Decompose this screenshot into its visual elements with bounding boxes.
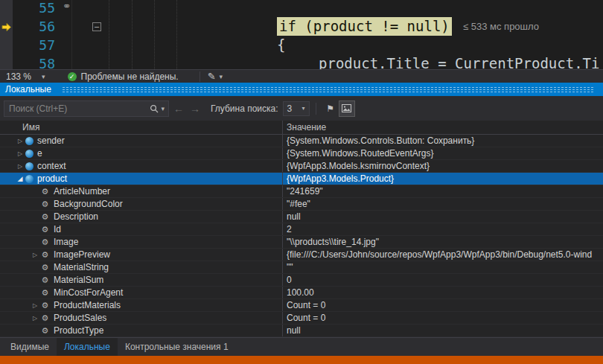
perf-tip[interactable]: ≤ 533 мс прошло [463, 17, 539, 36]
search-depth-value: 3 [287, 103, 293, 114]
search-input[interactable] [4, 103, 146, 114]
object-icon [25, 175, 34, 183]
panel-drag-grip[interactable] [62, 86, 594, 93]
variable-row-MaterialSum[interactable]: ⚙MaterialSum0 [0, 274, 603, 287]
locals-toolbar: ▾ ← → Глубина поиска: 3 ▾ ⚑ [0, 96, 603, 121]
variable-row-product[interactable]: ◢product{WpfApp3.Models.Product} [0, 173, 603, 185]
expander-expanded-icon[interactable]: ◢ [15, 175, 25, 182]
search-icon[interactable] [150, 104, 159, 113]
property-icon: ⚙ [40, 314, 50, 322]
problems-status: Проблемы не найдены. [81, 71, 179, 82]
visual-studio-debugger: 55 ⚭ 56 if (product != null) ≤ 533 мс пр… [0, 0, 603, 364]
search-box[interactable]: ▾ [4, 100, 169, 117]
property-icon: ⚙ [40, 251, 50, 259]
variable-value: Count = 0 [283, 312, 603, 324]
check-icon: ✓ [68, 72, 77, 81]
variable-name: product [37, 173, 67, 184]
code-line-57[interactable]: 57 { [0, 36, 603, 54]
variable-row-ProductSales[interactable]: ▷⚙ProductSalesCount = 0 [0, 312, 603, 325]
search-next-button[interactable]: → [188, 103, 202, 115]
tab-watch-1[interactable]: Контрольные значения 1 [118, 338, 236, 356]
line-number: 55 [13, 0, 55, 17]
variable-row-context[interactable]: ▷context{WpfApp3.Models.ksmirnovContext} [0, 160, 603, 173]
variables-list: ▷sender{System.Windows.Controls.Button: … [0, 135, 603, 337]
picture-icon [342, 104, 351, 112]
line-number: 56 [13, 17, 55, 36]
expander-collapsed-icon[interactable]: ▷ [30, 302, 40, 309]
variable-row-ProductMaterials[interactable]: ▷⚙ProductMaterialsCount = 0 [0, 299, 603, 312]
variable-row-e[interactable]: ▷e{System.Windows.RoutedEventArgs} [0, 147, 603, 160]
property-icon: ⚙ [40, 226, 50, 234]
zoom-dropdown-icon[interactable]: ▾ [42, 73, 45, 80]
divider [316, 103, 316, 115]
variable-row-ProductType[interactable]: ⚙ProductTypenull [0, 325, 603, 337]
variable-value: 0 [283, 274, 603, 286]
variable-name: MinCostForAgent [54, 287, 123, 298]
code-editor[interactable]: 55 ⚭ 56 if (product != null) ≤ 533 мс пр… [0, 0, 603, 69]
variable-name: ProductMaterials [54, 300, 121, 310]
variable-value: "241659" [283, 185, 603, 197]
editor-status-bar: 133 % ▾ ✓ Проблемы не найдены. ✎ ▾ [0, 69, 603, 83]
variable-value: 2 [283, 223, 603, 235]
code-cleanup-dropdown-icon[interactable]: ▾ [220, 73, 223, 80]
variable-name: ArticleNumber [54, 186, 110, 197]
column-header-value[interactable]: Значение [283, 121, 603, 134]
line-number: 58 [13, 54, 55, 69]
code-text[interactable]: product.Title = CurrentProduct.Ti [319, 54, 600, 69]
search-depth-select[interactable]: 3 ▾ [283, 101, 310, 116]
object-icon [25, 150, 34, 158]
flag-icon[interactable]: ⚑ [322, 100, 339, 117]
variable-name: BackgroundColor [54, 199, 123, 209]
code-cleanup-icon[interactable]: ✎ [208, 71, 216, 82]
image-preview-toggle-button[interactable] [339, 100, 355, 117]
variable-name: ImagePreview [54, 249, 110, 260]
variable-name: context [37, 161, 66, 171]
variable-row-sender[interactable]: ▷sender{System.Windows.Controls.Button: … [0, 135, 603, 147]
variable-value: {file:///C:/Users/John/source/repos/WpfA… [283, 249, 603, 261]
property-icon: ⚙ [40, 213, 50, 221]
expander-collapsed-icon[interactable]: ▷ [30, 315, 40, 322]
variable-row-MaterialString[interactable]: ⚙MaterialString"" [0, 261, 603, 274]
chevron-down-icon: ▾ [302, 105, 305, 112]
property-icon: ⚙ [40, 238, 50, 246]
code-line-58[interactable]: 58 product.Title = CurrentProduct.Ti [0, 54, 603, 69]
variable-row-Id[interactable]: ⚙Id2 [0, 223, 603, 236]
expander-collapsed-icon[interactable]: ▷ [15, 138, 25, 144]
pin-link-icon[interactable]: ⚭ [63, 0, 71, 16]
variable-value: 100.00 [283, 287, 603, 298]
search-prev-button[interactable]: ← [172, 103, 185, 115]
variable-value: Count = 0 [283, 299, 603, 311]
zoom-level[interactable]: 133 % [6, 71, 31, 82]
current-statement-code[interactable]: if (product != null) [277, 17, 452, 36]
variable-value: null [283, 211, 603, 223]
code-fold-icon[interactable]: – [92, 22, 101, 31]
tab-autos[interactable]: Видимые [3, 338, 57, 356]
code-health-indicator[interactable]: ✓ Проблемы не найдены. [68, 71, 179, 82]
code-line-55[interactable]: 55 ⚭ [0, 0, 603, 17]
variable-name: Description [54, 211, 98, 222]
variable-row-MinCostForAgent[interactable]: ⚙MinCostForAgent100.00 [0, 287, 603, 299]
variable-row-ImagePreview[interactable]: ▷⚙ImagePreview{file:///C:/Users/John/sou… [0, 249, 603, 261]
tab-locals[interactable]: Локальные [57, 338, 118, 356]
variable-row-Description[interactable]: ⚙Descriptionnull [0, 211, 603, 223]
property-icon: ⚙ [40, 264, 50, 272]
search-options-dropdown-icon[interactable]: ▾ [161, 105, 165, 112]
variable-row-BackgroundColor[interactable]: ⚙BackgroundColor"#fee" [0, 198, 603, 211]
variable-value: null [283, 325, 603, 336]
expander-collapsed-icon[interactable]: ▷ [15, 150, 25, 157]
variable-row-Image[interactable]: ⚙Image"\\products\\tire_14.jpg" [0, 236, 603, 249]
panel-title: Локальные [5, 84, 51, 95]
variable-row-ArticleNumber[interactable]: ⚙ArticleNumber"241659" [0, 185, 603, 198]
locals-panel-header[interactable]: Локальные [0, 83, 603, 96]
code-text[interactable]: { [277, 36, 285, 54]
column-header-name[interactable]: Имя [0, 121, 283, 134]
variable-value: {System.Windows.RoutedEventArgs} [283, 147, 603, 159]
object-icon [25, 137, 34, 145]
variable-name: Id [54, 224, 61, 234]
property-icon: ⚙ [40, 289, 50, 297]
current-statement-arrow[interactable] [1, 22, 12, 32]
line-number: 57 [13, 36, 55, 54]
expander-collapsed-icon[interactable]: ▷ [30, 252, 40, 258]
expander-collapsed-icon[interactable]: ▷ [15, 163, 25, 170]
variable-value: {WpfApp3.Models.Product} [283, 173, 603, 185]
